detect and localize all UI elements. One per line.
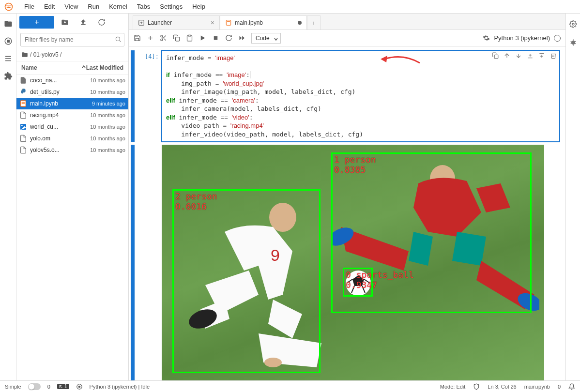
code-cell[interactable]: [4]: infer_mode = 'image' if infer_mode …: [131, 50, 560, 142]
file-modified: 10 months ago: [90, 136, 125, 141]
svg-point-60: [78, 386, 80, 388]
kernel-indicator-icon[interactable]: [554, 35, 561, 42]
activity-bar: [0, 14, 16, 380]
move-up-icon[interactable]: [504, 52, 510, 59]
file-modified: 10 months ago: [90, 124, 125, 130]
file-modified: 10 months ago: [90, 112, 125, 118]
restart-run-all-icon[interactable]: [238, 34, 245, 42]
refresh-icon[interactable]: [98, 18, 106, 26]
simple-toggle[interactable]: [28, 383, 41, 390]
copy-icon[interactable]: [173, 34, 180, 42]
trusted-icon[interactable]: [473, 383, 480, 390]
file-row[interactable]: main.ipynb9 minutes ago: [16, 98, 128, 109]
menu-help[interactable]: Help: [187, 1, 210, 12]
filter-input[interactable]: [20, 33, 124, 46]
menu-edit[interactable]: Edit: [39, 1, 60, 12]
search-icon: [115, 36, 122, 43]
file-row[interactable]: coco_na...10 months ago: [16, 75, 128, 86]
insert-above-icon[interactable]: [527, 52, 534, 59]
add-tab-button[interactable]: +: [307, 15, 321, 30]
svg-marker-30: [240, 36, 242, 40]
new-folder-icon[interactable]: [61, 18, 69, 26]
paste-icon[interactable]: [186, 34, 193, 42]
lsp-icon[interactable]: [76, 383, 83, 390]
svg-rect-2: [7, 40, 9, 43]
file-row[interactable]: yolov5s.o...10 months ago: [16, 144, 128, 156]
file-modified: 10 months ago: [90, 89, 125, 95]
file-row[interactable]: world_cu...10 months ago: [16, 121, 128, 133]
debugger-icon[interactable]: [569, 39, 577, 46]
svg-point-21: [161, 35, 163, 37]
tab-launcher[interactable]: Launcher×: [133, 15, 220, 30]
notebook-body[interactable]: [4]: infer_mode = 'image' if infer_mode …: [129, 46, 565, 380]
kernel-status[interactable]: Python 3 (ipykernel) | Idle: [90, 384, 150, 390]
celltype-select[interactable]: Code: [251, 33, 281, 44]
menu-settings[interactable]: Settings: [155, 1, 187, 12]
cell-collapser[interactable]: [131, 50, 135, 142]
svg-point-51: [572, 23, 574, 25]
output-cell: 9: [131, 145, 560, 380]
property-inspector-icon[interactable]: [569, 20, 577, 28]
tab-main-ipynb[interactable]: main.ipynb: [220, 15, 307, 30]
consoles-badge[interactable]: S. 1: [57, 384, 69, 389]
file-row[interactable]: racing.mp410 months ago: [16, 109, 128, 121]
new-launcher-button[interactable]: +: [19, 16, 54, 29]
breadcrumb-path[interactable]: / 01-yolov5 /: [30, 51, 61, 58]
file-modified: 10 months ago: [90, 77, 125, 83]
col-modified[interactable]: Last Modified: [86, 64, 123, 71]
col-name[interactable]: Name: [21, 64, 81, 71]
svg-line-25: [162, 37, 163, 38]
delete-cell-icon[interactable]: [550, 52, 557, 59]
svg-point-22: [161, 39, 163, 41]
output-image: 9: [162, 145, 544, 380]
save-icon[interactable]: [134, 34, 141, 42]
file-list: coco_na...10 months agodet_utils.py10 mo…: [16, 75, 128, 156]
mode-status[interactable]: Mode: Edit: [440, 384, 466, 390]
menu-kernel[interactable]: Kernel: [104, 1, 132, 12]
duplicate-icon[interactable]: [492, 52, 499, 59]
cog-icon[interactable]: [483, 34, 490, 42]
svg-point-13: [21, 125, 23, 126]
code-editor[interactable]: infer_mode = 'image' if infer_mode == 'i…: [162, 50, 560, 142]
chevron-down-icon: [274, 37, 278, 42]
svg-point-52: [571, 41, 575, 45]
breadcrumb[interactable]: / 01-yolov5 /: [16, 48, 128, 61]
file-name: main.ipynb: [30, 100, 92, 107]
interrupt-icon[interactable]: [212, 34, 219, 42]
file-name: coco_na...: [30, 77, 90, 84]
svg-line-58: [575, 43, 576, 44]
menu-run[interactable]: Run: [83, 1, 104, 12]
file-name: racing.mp4: [30, 112, 90, 119]
run-icon[interactable]: [199, 34, 206, 42]
running-icon[interactable]: [4, 37, 13, 45]
detection-box: [172, 189, 321, 373]
move-down-icon[interactable]: [515, 52, 522, 59]
cursor-position[interactable]: Ln 3, Col 26: [488, 384, 516, 390]
cut-icon[interactable]: [160, 34, 167, 42]
svg-rect-27: [188, 35, 191, 36]
extensions-icon[interactable]: [4, 72, 13, 80]
terminals-count[interactable]: 0: [47, 384, 50, 390]
svg-rect-11: [22, 103, 25, 104]
kernel-name[interactable]: Python 3 (ipykernel): [494, 34, 550, 42]
folder-icon[interactable]: [4, 19, 13, 28]
insert-cell-icon[interactable]: [147, 34, 154, 42]
notebook-toolbar: Code Python 3 (ipykernel): [129, 30, 565, 46]
cell-prompt: [4]:: [137, 50, 162, 142]
menu-file[interactable]: File: [19, 1, 39, 12]
bell-icon[interactable]: [568, 383, 575, 390]
output-collapser[interactable]: [131, 145, 135, 380]
file-name: det_utils.py: [30, 89, 90, 95]
menu-tabs[interactable]: Tabs: [132, 1, 155, 12]
toc-icon[interactable]: [4, 54, 13, 63]
svg-marker-31: [242, 36, 244, 40]
restart-icon[interactable]: [225, 34, 232, 42]
insert-below-icon[interactable]: [538, 52, 545, 59]
file-row[interactable]: det_utils.py10 months ago: [16, 86, 128, 98]
status-filename[interactable]: main.ipynb: [524, 384, 550, 390]
close-tab-icon[interactable]: ×: [211, 19, 214, 27]
file-row[interactable]: yolo.om10 months ago: [16, 133, 128, 144]
detection-label: 1 person 0.8385: [334, 154, 376, 175]
menu-view[interactable]: View: [60, 1, 83, 12]
upload-icon[interactable]: [79, 18, 87, 26]
